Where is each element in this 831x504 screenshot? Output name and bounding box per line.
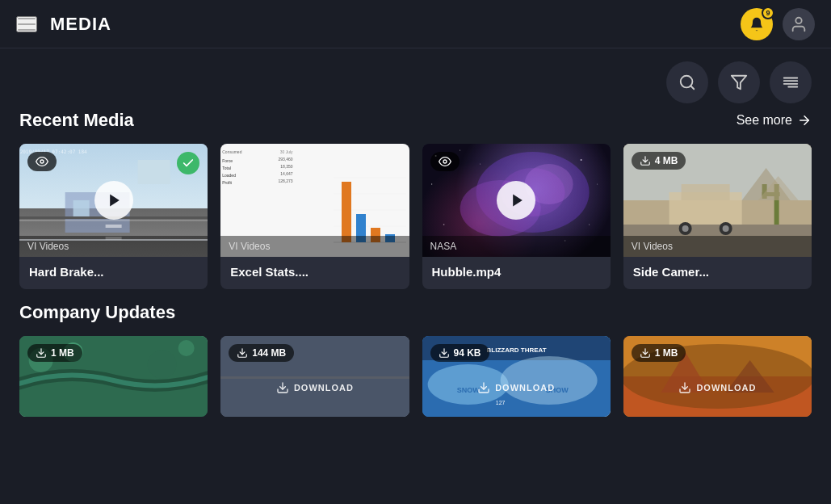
media-thumb-large-file: 144 MB DOWNLOAD [220,336,409,417]
user-icon [790,15,808,33]
svg-text:SNOW: SNOW [456,386,480,394]
svg-point-41 [430,183,431,184]
eye-icon-hubble [439,155,451,168]
download-overlay-large: DOWNLOAD [276,381,354,394]
bell-icon [749,16,765,32]
sort-icon [782,74,800,91]
media-thumb-weather: BLIZZARD THREAT SNOW SHOW 127 94 KB [422,336,611,417]
media-thumb-hard-brake: 2019/09/17 07:42:07 184 [19,144,208,257]
download-arrow-icon-desert [678,381,691,394]
notification-button[interactable]: 9 [741,8,773,40]
svg-text:BLIZZARD THREAT: BLIZZARD THREAT [486,346,546,354]
download-icon-aerial [36,347,47,359]
size-label-sidecam: 4 MB [655,155,678,166]
size-label-weather: 94 KB [454,347,481,359]
recent-media-section: Recent Media See more [0,110,831,289]
download-arrow-icon [276,381,289,394]
svg-marker-3 [732,76,746,90]
size-badge-sidecam: 4 MB [632,152,686,170]
see-more-button[interactable]: See more [737,113,812,128]
media-info-sidecam: Side Camer... [623,257,812,289]
sort-button[interactable] [770,61,812,103]
app-title: MEDIA [50,14,111,35]
download-arrow-icon-weather [477,381,490,394]
svg-rect-50 [681,184,729,200]
check-icon [182,157,195,170]
download-icon-weather [439,347,450,359]
download-text-weather: DOWNLOAD [495,383,555,393]
size-label-aerial: 1 MB [51,347,74,359]
play-icon-hubble [510,192,526,208]
avatar-button[interactable] [783,8,815,40]
media-name-hubble: Hubble.mp4 [432,265,502,279]
filter-button[interactable] [718,61,760,103]
media-card-aerial[interactable]: 1 MB [19,336,208,417]
notification-badge: 9 [762,6,774,19]
media-info-hard-brake: Hard Brake... [19,257,208,289]
size-badge-weather: 94 KB [430,344,489,362]
recent-media-title: Recent Media [19,110,134,131]
header-left: MEDIA [16,14,111,35]
size-badge-desert: 1 MB [632,344,686,362]
download-text-desert: DOWNLOAD [696,383,756,393]
filter-icon [730,74,748,91]
svg-point-52 [682,225,688,232]
play-overlay-hubble [497,181,535,220]
media-thumb-hubble: NASA [422,144,611,257]
media-thumb-desert: 1 MB DOWNLOAD [623,336,812,417]
media-card-weather[interactable]: BLIZZARD THREAT SNOW SHOW 127 94 KB [422,336,611,417]
size-label-large: 144 MB [252,347,286,359]
media-card-desert[interactable]: 1 MB DOWNLOAD [623,336,812,417]
svg-point-42 [480,164,481,165]
svg-point-64 [148,350,177,379]
media-card-hubble[interactable]: NASA Hubble.mp4 [422,144,611,289]
header-right: 9 [741,8,815,40]
media-name-excel: Excel Stats.... [230,265,308,279]
company-updates-grid: 1 MB 144 MB [19,336,812,417]
media-name-sidecam: Side Camer... [633,265,709,279]
download-text-large: DOWNLOAD [294,383,354,393]
download-overlay-weather: DOWNLOAD [477,381,555,394]
size-label-desert: 1 MB [655,347,678,359]
search-button[interactable] [666,61,708,103]
size-badge-large: 144 MB [229,344,294,362]
media-card-large-file[interactable]: 144 MB DOWNLOAD [220,336,409,417]
eye-badge-hubble [430,152,460,171]
svg-line-2 [690,86,694,89]
toolbar [0,48,831,110]
media-thumb-sidecam: 4 MB VI Videos [623,144,812,257]
svg-point-35 [460,150,460,151]
media-card-hard-brake[interactable]: 2019/09/17 07:42:07 184 [19,144,208,289]
media-name-hard-brake: Hard Brake... [29,265,104,279]
media-info-hubble: Hubble.mp4 [422,257,611,289]
svg-point-36 [580,159,581,161]
media-card-excel-stats[interactable]: Consumed Force Total Loaded Profit 30 Ju… [220,144,409,289]
search-icon [678,74,696,91]
svg-rect-16 [106,225,122,228]
company-updates-header: Company Updates [19,302,812,323]
play-overlay-hard-brake [94,181,133,220]
svg-marker-45 [513,195,523,207]
recent-media-grid: 2019/09/17 07:42:07 184 [19,144,812,289]
app-header: MEDIA 9 [0,0,831,48]
recent-media-header: Recent Media See more [19,110,812,131]
eye-badge-hard-brake [27,152,57,171]
download-icon-desert [640,347,651,359]
download-icon-sidecam [640,155,651,166]
download-overlay-desert: DOWNLOAD [678,381,756,394]
svg-point-38 [443,224,444,225]
svg-point-65 [178,340,195,356]
category-label-sidecam: VI Videos [623,236,812,257]
svg-point-37 [597,184,598,185]
svg-text:127: 127 [495,400,505,405]
menu-button[interactable] [16,16,37,32]
media-info-excel: Excel Stats.... [220,257,409,289]
svg-rect-68 [220,376,409,379]
play-icon [107,192,123,208]
svg-rect-13 [138,160,170,184]
svg-point-44 [443,160,447,163]
svg-marker-20 [110,195,120,207]
see-more-label: See more [737,113,792,128]
media-card-side-camera[interactable]: 4 MB VI Videos Side Camer... [623,144,812,289]
media-thumb-excel: Consumed Force Total Loaded Profit 30 Ju… [220,144,409,257]
